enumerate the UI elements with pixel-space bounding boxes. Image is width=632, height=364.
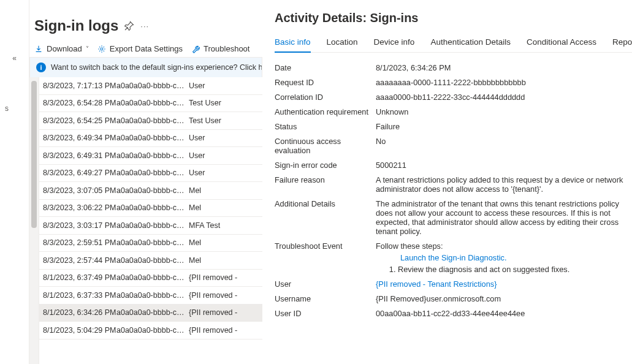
cell-user: User [189, 134, 262, 142]
field-value-additional-details: The administrator of the tenant that own… [376, 199, 632, 236]
troubleshoot-label: Troubleshoot [204, 44, 249, 53]
cell-date: 8/1/2023, 6:37:33 PM [39, 291, 116, 300]
wrench-icon [191, 45, 200, 53]
pin-icon[interactable] [124, 21, 134, 31]
info-icon: i [36, 63, 46, 72]
tab-report-only[interactable]: Report-only [612, 35, 632, 52]
field-label-troubleshoot: Troubleshoot Event [275, 241, 376, 251]
field-value-request-id: aaaaaaaa-0000-1111-2222-bbbbbbbbbbbb [376, 78, 632, 87]
field-label-date: Date [275, 63, 376, 72]
field-label-status: Status [275, 122, 376, 131]
cell-date: 8/1/2023, 6:37:49 PM [39, 273, 116, 282]
table-row[interactable]: 8/3/2023, 6:49:34 PMa0a0a0a0-bbbb-ccc...… [39, 130, 262, 148]
tab-basic-info[interactable]: Basic info [275, 35, 311, 53]
table-row[interactable]: 8/3/2023, 6:49:31 PMa0a0a0a0-bbbb-ccc...… [39, 147, 262, 165]
panel-title: Activity Details: Sign-ins [275, 11, 632, 25]
cell-request-id: a0a0a0a0-bbbb-ccc... [116, 256, 189, 265]
cell-user: Mel [189, 256, 262, 265]
cell-user: {PII removed - [189, 308, 262, 317]
panel-tabs: Basic infoLocationDevice infoAuthenticat… [275, 35, 632, 53]
field-value-date: 8/1/2023, 6:34:26 PM [376, 63, 632, 72]
table-row[interactable]: 8/3/2023, 2:59:51 PMa0a0a0a0-bbbb-ccc...… [39, 235, 262, 252]
download-button[interactable]: Download ˅ [34, 44, 89, 53]
vertical-scrollbar[interactable] [29, 77, 39, 364]
troubleshoot-intro: Follow these steps: [376, 241, 443, 251]
cell-date: 8/3/2023, 3:06:22 PM [39, 203, 116, 212]
cell-request-id: a0a0a0a0-bbbb-ccc... [116, 221, 189, 230]
tab-conditional-access[interactable]: Conditional Access [527, 35, 596, 52]
cell-user: Mel [189, 203, 262, 212]
cell-request-id: a0a0a0a0-bbbb-ccc... [116, 291, 189, 300]
cell-user: MFA Test [189, 221, 262, 230]
info-banner[interactable]: i Want to switch back to the default sig… [29, 58, 262, 77]
cell-date: 8/3/2023, 6:49:31 PM [39, 151, 116, 160]
field-label-additional-details: Additional Details [275, 199, 376, 208]
launch-diagnostic-link[interactable]: Launch the Sign-in Diagnostic. [400, 253, 632, 262]
table-row[interactable]: 8/3/2023, 3:07:05 PMa0a0a0a0-bbbb-ccc...… [39, 182, 262, 200]
cell-user: Test User [189, 99, 262, 107]
field-value-user-id: 00aa00aa-bb11-cc22-dd33-44ee44ee44ee [376, 309, 632, 318]
cell-date: 8/3/2023, 2:59:51 PM [39, 238, 116, 247]
cell-user: User [189, 82, 262, 90]
cell-date: 8/3/2023, 6:49:34 PM [39, 134, 116, 142]
table-row[interactable]: 8/1/2023, 6:34:26 PMa0a0a0a0-bbbb-ccc...… [39, 305, 262, 322]
cell-date: 8/3/2023, 3:07:05 PM [39, 186, 116, 195]
cell-user: User [189, 169, 262, 177]
cell-request-id: a0a0a0a0-bbbb-ccc... [116, 134, 189, 142]
cell-date: 8/3/2023, 6:54:28 PM [39, 99, 116, 107]
table-row[interactable]: 8/1/2023, 6:37:49 PMa0a0a0a0-bbbb-ccc...… [39, 270, 262, 287]
toolbar: Download ˅ Export Data Settings Troubles… [29, 40, 262, 58]
scrollbar-thumb[interactable] [31, 81, 37, 228]
table-row[interactable]: 8/1/2023, 6:37:33 PMa0a0a0a0-bbbb-ccc...… [39, 287, 262, 305]
cell-user: Test User [189, 116, 262, 125]
field-label-username: Username [275, 294, 376, 303]
page-header: Sign-in logs ··· [29, 0, 262, 40]
tab-location[interactable]: Location [327, 35, 358, 52]
cell-user: Mel [189, 238, 262, 247]
cell-date: 8/3/2023, 6:49:27 PM [39, 169, 116, 177]
svg-point-0 [101, 48, 103, 50]
table-row[interactable]: 8/3/2023, 7:17:13 PMa0a0a0a0-bbbb-ccc...… [39, 77, 262, 95]
field-value-troubleshoot: Follow these steps: Launch the Sign-in D… [376, 241, 632, 274]
gear-icon [97, 45, 106, 53]
cell-request-id: a0a0a0a0-bbbb-ccc... [116, 99, 189, 107]
table-row[interactable]: 8/3/2023, 6:49:27 PMa0a0a0a0-bbbb-ccc...… [39, 165, 262, 183]
cell-request-id: a0a0a0a0-bbbb-ccc... [116, 203, 189, 212]
table-row[interactable]: 8/3/2023, 6:54:28 PMa0a0a0a0-bbbb-ccc...… [39, 95, 262, 113]
table-row[interactable]: 8/3/2023, 3:03:17 PMa0a0a0a0-bbbb-ccc...… [39, 217, 262, 235]
collapse-rail-icon[interactable]: « [12, 54, 17, 63]
field-value-failure-reason: A tenant restrictions policy added to th… [376, 175, 632, 194]
troubleshoot-step-1: Review the diagnosis and act on suggeste… [398, 265, 632, 274]
cell-user: Mel [189, 186, 262, 195]
cell-user: {PII removed - [189, 291, 262, 300]
troubleshoot-button[interactable]: Troubleshoot [191, 44, 249, 53]
table-row[interactable]: 8/3/2023, 2:57:44 PMa0a0a0a0-bbbb-ccc...… [39, 252, 262, 270]
table-row[interactable]: 8/3/2023, 3:06:22 PMa0a0a0a0-bbbb-ccc...… [39, 200, 262, 218]
main-column: Sign-in logs ··· Download ˅ Export Data … [29, 0, 262, 364]
field-label-request-id: Request ID [275, 78, 376, 87]
cell-request-id: a0a0a0a0-bbbb-ccc... [116, 186, 189, 195]
field-value-correlation-id: aaaa0000-bb11-2222-33cc-444444dddddd [376, 93, 632, 102]
tab-device-info[interactable]: Device info [374, 35, 415, 52]
field-label-cae: Continuous access evaluation [275, 137, 376, 155]
rail-fragment: s [5, 104, 9, 113]
field-value-cae: No [376, 137, 632, 146]
field-value-status: Failure [376, 122, 632, 131]
cell-request-id: a0a0a0a0-bbbb-ccc... [116, 238, 189, 247]
more-menu-icon[interactable]: ··· [140, 21, 149, 31]
download-label: Download [47, 44, 82, 53]
cell-user: {PII removed - [189, 273, 262, 282]
cell-user: {PII removed - [189, 326, 262, 335]
banner-text: Want to switch back to the default sign-… [51, 63, 262, 72]
export-settings-button[interactable]: Export Data Settings [97, 44, 183, 53]
table-row[interactable]: 8/3/2023, 6:54:25 PMa0a0a0a0-bbbb-ccc...… [39, 112, 262, 130]
field-label-correlation-id: Correlation ID [275, 93, 376, 102]
table-wrap: 8/3/2023, 7:17:13 PMa0a0a0a0-bbbb-ccc...… [29, 77, 262, 364]
cell-request-id: a0a0a0a0-bbbb-ccc... [116, 326, 189, 335]
table-row[interactable]: 8/1/2023, 5:04:29 PMa0a0a0a0-bbbb-ccc...… [39, 322, 262, 339]
cell-request-id: a0a0a0a0-bbbb-ccc... [116, 308, 189, 317]
signin-table: 8/3/2023, 7:17:13 PMa0a0a0a0-bbbb-ccc...… [39, 77, 262, 364]
download-icon [34, 45, 43, 53]
field-value-user[interactable]: {PII removed - Tenant Restrictions} [376, 279, 632, 289]
tab-authentication-details[interactable]: Authentication Details [430, 35, 511, 52]
